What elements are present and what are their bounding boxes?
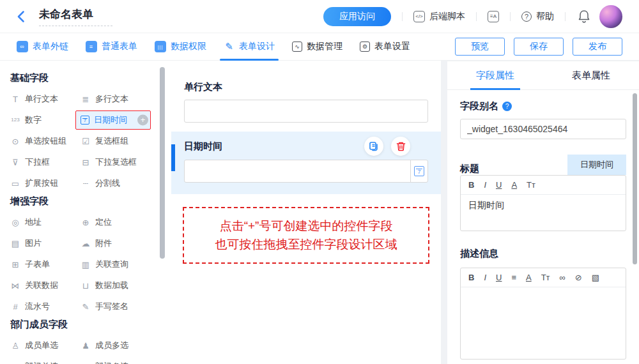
sidebar-field-location[interactable]: ⊕定位	[81, 215, 151, 229]
tab-label: 表单外链	[33, 41, 68, 52]
sidebar-field-attachment[interactable]: ☁附件	[81, 236, 151, 250]
description-editor-content[interactable]	[461, 287, 626, 359]
sidebar-field-image-field[interactable]: ▤图片	[10, 236, 81, 250]
sidebar-field-subform[interactable]: ⊞子表单	[10, 257, 81, 271]
tab-form-props[interactable]: 表单属性	[543, 61, 639, 89]
title-editor-toolbar: BIUATᴛ	[461, 176, 626, 195]
sidebar-field-dept-multi[interactable]: ▩部门多选	[81, 360, 151, 364]
preview-button[interactable]: 预览	[455, 38, 505, 56]
description-editor-toolbar: BIU≡ATᴛ∞⊘▧	[461, 268, 626, 287]
underline-button[interactable]: U	[496, 273, 502, 282]
sidebar-field-linked-query[interactable]: ▥关联查询	[81, 257, 151, 271]
sidebar-field-label: 流水号	[25, 301, 50, 312]
tab-form-external-link[interactable]: ∞表单外链	[17, 33, 68, 60]
form-design-canvas[interactable]: 单行文本 日期时间	[171, 61, 441, 364]
tab-data-management[interactable]: ∿数据管理	[292, 33, 343, 60]
dropdown-icon: ⊽	[10, 158, 20, 167]
insert-image-button[interactable]: ▧	[592, 273, 599, 282]
hint-line-2: 也可按住拖拽至控件字段设计区域	[187, 235, 426, 254]
sidebar-field-grid: ♙成员单选♟成员多选▦部门单选▩部门多选	[10, 338, 153, 364]
sidebar-field-datetime[interactable]: 7日期时间+	[75, 110, 151, 130]
italic-button[interactable]: I	[484, 273, 486, 282]
alias-label: 字段别名	[460, 100, 498, 112]
sidebar-field-label: 部门多选	[95, 361, 128, 364]
backend-script-button[interactable]: </> 后端脚本	[413, 11, 465, 22]
datetime-field-input[interactable]	[184, 160, 411, 183]
alias-help-icon[interactable]: ?	[502, 102, 512, 111]
sidebar-field-single-line-text[interactable]: T单行文本	[10, 92, 81, 106]
sidebar-field-dropdown[interactable]: ⊽下拉框	[10, 155, 81, 169]
form-tabbar: ∞表单外链≡普通表单|||数据权限✎表单设计∿数据管理⚙表单设置 预览保存发布	[0, 33, 639, 61]
form-gear-icon: ⚙	[360, 42, 370, 52]
nav-tabs: ∞表单外链≡普通表单|||数据权限✎表单设计∿数据管理⚙表单设置	[17, 33, 455, 60]
sidebar-field-dept-single[interactable]: ▦部门单选	[10, 360, 81, 364]
sidebar-field-label: 单行文本	[25, 93, 58, 105]
publish-button[interactable]: 发布	[573, 38, 622, 56]
form-title[interactable]: 未命名表单	[39, 7, 112, 26]
subform-icon: ⊞	[10, 261, 20, 269]
sidebar-field-multi-dropdown[interactable]: ⊟下拉复选框	[81, 155, 151, 169]
hint-line-1: 点击“+”号可创建选中的控件字段	[187, 216, 426, 235]
app-access-button[interactable]: 应用访问	[323, 7, 391, 26]
tab-normal-form[interactable]: ≡普通表单	[86, 33, 137, 60]
field-label: 日期时间	[184, 140, 222, 153]
calendar-picker-button[interactable]: 7	[410, 160, 428, 183]
sidebar-field-serial-number[interactable]: #流水号	[10, 300, 81, 314]
signature-icon: ✎	[81, 303, 91, 311]
sidebar-field-member-multi[interactable]: ♟成员多选	[81, 338, 151, 353]
properties-scrollbar[interactable]	[633, 93, 637, 264]
bold-button[interactable]: B	[468, 181, 474, 189]
tab-label: 数据权限	[171, 41, 206, 52]
title-editor-content[interactable]: 日期时间	[461, 195, 626, 231]
font-size-button[interactable]: Tᴛ	[541, 273, 550, 282]
canvas-field-text[interactable]: 单行文本	[171, 81, 441, 123]
bold-button[interactable]: B	[468, 273, 474, 282]
sidebar-field-address[interactable]: ◎地址	[10, 215, 81, 229]
font-color-button[interactable]: A	[526, 273, 532, 282]
unlink-button[interactable]: ⊘	[575, 273, 582, 282]
sidebar-field-linked-data[interactable]: ⋈关联数据	[10, 278, 81, 292]
text-field-input[interactable]	[184, 100, 428, 123]
sidebar-field-number[interactable]: 123数字	[10, 113, 81, 127]
tab-form-settings[interactable]: ⚙表单设置	[360, 33, 410, 60]
font-size-button[interactable]: Tᴛ	[527, 181, 535, 189]
title-editor: BIUATᴛ 日期时间	[460, 175, 626, 231]
divider	[565, 12, 566, 21]
properties-tabs: 字段属性表单属性	[447, 61, 639, 90]
tab-field-props[interactable]: 字段属性	[447, 61, 543, 89]
delete-field-button[interactable]	[391, 137, 410, 156]
copy-field-button[interactable]	[364, 137, 383, 156]
sidebar-section-title: 增强字段	[10, 195, 153, 208]
help-button[interactable]: ? 帮助	[521, 11, 554, 22]
canvas-field-datetime-selected[interactable]: 日期时间	[171, 132, 441, 194]
linked-data-icon: ⋈	[10, 282, 20, 290]
sidebar-field-signature[interactable]: ✎手写签名	[81, 300, 151, 314]
alias-input[interactable]	[460, 119, 626, 139]
sidebar-field-data-load[interactable]: ⊔数据加载	[81, 278, 151, 292]
sidebar-field-checkbox-group[interactable]: ☑复选框组	[81, 134, 151, 148]
font-color-button[interactable]: A	[511, 181, 517, 189]
calendar-icon: 7	[414, 166, 424, 176]
tab-data-permission[interactable]: |||数据权限	[155, 33, 206, 60]
sidebar-field-member-single[interactable]: ♙成员单选	[10, 338, 81, 353]
log-button[interactable]: ≡A	[488, 11, 499, 22]
underline-button[interactable]: U	[496, 181, 502, 189]
sidebar-field-radio-group[interactable]: ⊙单选按钮组	[10, 134, 81, 148]
sidebar-field-divider-line[interactable]: ┄分割线	[81, 176, 151, 190]
align-button[interactable]: ≡	[511, 273, 516, 282]
notification-bell-button[interactable]	[578, 10, 590, 24]
attachment-icon: ☁	[81, 239, 91, 248]
sidebar-scrollbar[interactable]	[160, 67, 165, 259]
user-avatar[interactable]	[599, 5, 622, 28]
sidebar-field-multi-line-text[interactable]: ≣多行文本	[81, 92, 151, 106]
trash-icon	[396, 141, 406, 151]
sidebar-field-extend-button[interactable]: ▭扩展按钮	[10, 176, 81, 190]
save-button[interactable]: 保存	[514, 38, 564, 56]
number-icon: 123	[10, 118, 20, 123]
back-button[interactable]	[17, 10, 25, 23]
add-field-button[interactable]: +	[137, 115, 148, 126]
tab-form-design[interactable]: ✎表单设计	[224, 33, 275, 60]
link-button[interactable]: ∞	[560, 273, 566, 282]
sidebar-field-label: 分割线	[95, 178, 120, 189]
italic-button[interactable]: I	[484, 181, 486, 189]
